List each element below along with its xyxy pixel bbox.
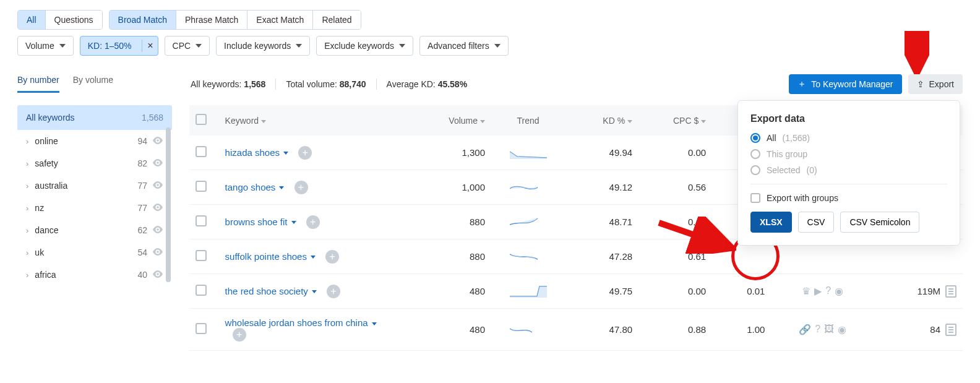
add-button[interactable]: + [327,285,340,298]
sidebar-item[interactable]: › uk 54 [17,241,172,264]
carousel-icon: ◉ [838,324,846,335]
sidebar-count: 1,568 [142,113,163,123]
eye-icon[interactable] [152,225,163,235]
close-icon[interactable]: × [142,40,154,52]
eye-icon[interactable] [152,247,163,257]
filter-cpc[interactable]: CPC [165,36,210,56]
tab-exact[interactable]: Exact Match [247,11,313,29]
add-button[interactable]: + [325,250,339,264]
export-csv-button[interactable]: CSV [798,212,835,233]
tabs-match-type[interactable]: Broad Match Phrase Match Exact Match Rel… [109,10,361,30]
filter-advanced-label: Advanced filters [428,41,489,51]
add-button[interactable]: + [306,215,320,229]
export-csvsemi-button[interactable]: CSV Semicolon [840,212,919,233]
export-with-groups[interactable]: Export with groups [750,193,947,203]
eye-icon[interactable] [152,158,163,168]
tab-related[interactable]: Related [313,11,360,29]
sidebar-tab-number[interactable]: By number [17,75,59,93]
row-checkbox[interactable] [196,285,207,296]
col-volume[interactable]: Volume [449,116,478,126]
add-button[interactable]: + [294,181,308,194]
cell-kd: 49.12 [565,170,638,205]
eye-icon[interactable] [152,136,163,146]
row-checkbox[interactable] [196,250,207,261]
col-keyword[interactable]: Keyword [225,116,259,126]
row-checkbox[interactable] [196,146,207,157]
sidebar-item-all[interactable]: All keywords 1,568 [17,105,172,130]
eye-icon[interactable] [152,270,163,280]
select-all-checkbox[interactable] [196,114,207,125]
filter-volume[interactable]: Volume [17,36,74,56]
cell-volume: 880 [403,239,491,274]
document-icon[interactable] [945,285,956,298]
sidebar-item[interactable]: › online 94 [17,130,172,152]
cell-volume: 1,000 [403,170,491,205]
carousel-icon: ◉ [835,285,843,297]
sidebar-item[interactable]: › dance 62 [17,219,172,241]
export-popover: Export data All (1,568) This group Selec… [737,100,960,246]
keyword-link[interactable]: the red shoe society [225,286,317,296]
chevron-right-icon: › [26,137,28,146]
filter-include[interactable]: Include keywords [216,36,310,56]
add-button[interactable]: + [233,328,246,342]
keyword-link[interactable]: wholesale jordan shoes from china [225,317,377,328]
tab-all[interactable]: All [18,11,46,29]
scrollbar[interactable] [166,127,171,282]
row-checkbox[interactable] [196,323,207,334]
sidebar-item[interactable]: › africa 40 [17,264,172,286]
tab-phrase[interactable]: Phrase Match [176,11,247,29]
chevron-down-icon [279,186,284,189]
sidebar-count: 82 [137,158,147,168]
tab-questions[interactable]: Questions [46,11,102,29]
chevron-down-icon [291,221,296,224]
cell-volume: 480 [403,309,491,351]
cell-kd: 49.94 [565,136,638,170]
sidebar-item[interactable]: › australia 77 [17,174,172,197]
col-kd[interactable]: KD % [603,116,625,126]
export-opt-selected: Selected (0) [750,165,947,175]
col-trend[interactable]: Trend [517,116,539,126]
col-cpc[interactable]: CPC $ [673,116,698,126]
keyword-manager-button[interactable]: ＋To Keyword Manager [789,74,901,94]
filter-advanced[interactable]: Advanced filters [419,36,509,56]
cell-cpc: 0.00 [638,274,712,309]
cell-trend [491,309,565,351]
filter-kd[interactable]: KD: 1–50%× [80,36,158,56]
sidebar-item[interactable]: › nz 77 [17,197,172,219]
sidebar-item-label: australia [35,181,137,191]
chevron-down-icon [296,44,302,48]
document-icon[interactable] [945,324,956,336]
chevron-down-icon [59,44,66,48]
cell-kd: 49.75 [565,274,638,309]
chevron-down-icon [311,256,316,259]
sidebar-count: 40 [137,270,147,280]
row-checkbox[interactable] [196,215,207,226]
sidebar-item[interactable]: › safety 82 [17,152,172,174]
eye-icon[interactable] [152,181,163,191]
chevron-down-icon [372,322,377,325]
image-icon: 🖼 [824,324,834,335]
sidebar-tab-volume[interactable]: By volume [73,75,113,93]
cell-cpc: 0.88 [638,309,712,351]
filter-exclude[interactable]: Exclude keywords [316,36,413,56]
svg-point-6 [157,273,159,275]
tab-broad[interactable]: Broad Match [110,11,176,29]
radio-icon [750,133,760,143]
cell-trend [491,170,565,205]
chevron-right-icon: › [26,159,28,168]
filter-include-label: Include keywords [224,41,291,51]
export-button[interactable]: ⇪Export [908,74,963,94]
export-opt-all[interactable]: All (1,568) [750,133,947,143]
keyword-link[interactable]: browns shoe fit [225,217,296,227]
keyword-link[interactable]: tango shoes [225,182,285,192]
chevron-right-icon: › [26,248,28,257]
row-checkbox[interactable] [196,181,207,192]
tabs-filter-type[interactable]: All Questions [17,10,103,30]
cell-volume: 1,300 [403,136,491,170]
export-xlsx-button[interactable]: XLSX [750,212,792,233]
cell-com: 0.01 [712,274,771,309]
eye-icon[interactable] [152,203,163,213]
add-button[interactable]: + [298,146,312,160]
keyword-link[interactable]: hizada shoes [225,147,288,158]
keyword-link[interactable]: suffolk pointe shoes [225,251,316,262]
